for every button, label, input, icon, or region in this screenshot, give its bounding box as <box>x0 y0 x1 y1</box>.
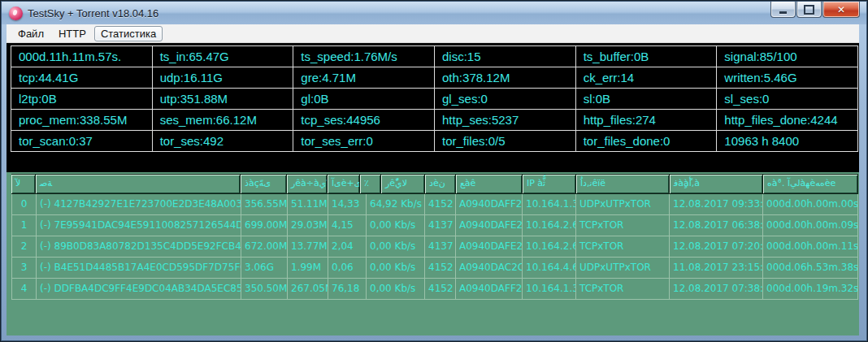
stat-tor-ses-err: tor_ses_err:0 <box>293 131 435 151</box>
cell-hash: (-) B4E51D4485B17A4E0CD595DF7D75FC91DDCA <box>37 258 241 279</box>
cell-speed: 0,00 Kb/s <box>367 236 425 258</box>
cell-port: 4152 <box>425 279 456 300</box>
cell-speed: 0,00 Kb/s <box>367 215 425 236</box>
cell-ip: 10.164.1.38 <box>523 279 576 300</box>
cell-index: 0 <box>12 194 37 215</box>
cell-downloaded: 267.05M <box>288 279 328 300</box>
menu-file[interactable]: Файл <box>11 26 50 41</box>
close-icon: ✕ <box>837 4 845 15</box>
table-row[interactable]: 0 (-) 4127B42927E1E723700E2D3E48A00327EA… <box>12 194 859 215</box>
col-header-port[interactable]: ﺩèﻥ <box>425 175 456 193</box>
cell-port: 4137 <box>425 236 456 258</box>
col-header-index[interactable]: ﻵ <box>11 175 36 193</box>
close-button[interactable]: ✕ <box>822 2 860 18</box>
stat-l2tp: l2tp:0B <box>11 89 153 109</box>
table-row[interactable]: 3 (-) B4E51D4485B17A4E0CD595DF7D75FC91DD… <box>12 258 859 279</box>
cell-uptime: 000d.06h.53m.38s. <box>763 258 858 279</box>
cell-size: 350.50M <box>241 279 288 300</box>
stat-sl: sl:0B <box>576 89 718 109</box>
stat-tor-ses: tor_ses:492 <box>153 131 294 151</box>
cell-peer-id: A0940DAFF2 <box>456 279 523 300</box>
menu-statistics[interactable]: Статистика <box>94 26 163 41</box>
stat-tor-files: tor_files:0/5 <box>435 131 576 151</box>
cell-size: 356.55M <box>241 194 288 215</box>
cell-ip: 10.164.2.66 <box>523 236 576 258</box>
col-header-downloaded[interactable]: ﺭêà÷àﻱî <box>287 175 328 193</box>
stat-sl-ses: sl_ses:0 <box>717 89 857 109</box>
col-header-hash[interactable]: ﺻﺔ <box>36 175 241 193</box>
col-header-percent[interactable]: ٪ <box>360 175 381 193</box>
cell-date: 12.08.2017 07:38:17 <box>670 279 763 300</box>
stat-tor-files-done: tor_files_done:0 <box>576 131 718 151</box>
stat-proc-mem: proc_mem:338.55M <box>11 110 153 130</box>
minimize-button[interactable] <box>770 2 796 18</box>
col-header-date[interactable]: ﻓàٍàّﺃ,à <box>670 175 763 193</box>
cell-size: 699.00M <box>241 215 288 236</box>
table-body: 0 (-) 4127B42927E1E723700E2D3E48A00327EA… <box>11 194 859 300</box>
col-header-uploaded[interactable]: آﻯè+ﻯآ <box>328 175 360 193</box>
cell-ratio: 0,06 <box>328 258 367 279</box>
stat-written: written:5.46G <box>717 67 857 88</box>
torrent-table: ﻵ ﺻﺔ ﺫàçﻪّى ﺭêà÷àﻱî آﻯè+ﻯآ ٪ ﺭêٌّﻱﻻ ﺩèﻥ … <box>7 172 859 336</box>
maximize-button[interactable] <box>796 2 822 18</box>
cell-date: 12.08.2017 07:20:09 <box>670 236 763 258</box>
cell-size: 3.06G <box>241 258 288 279</box>
cell-ratio: 4,15 <box>328 215 367 236</box>
stat-ts-speed: ts_speed:1.76M/s <box>293 46 435 67</box>
cell-date: 11.08.2017 23:15:46 <box>670 258 763 279</box>
cell-downloaded: 51.11M <box>288 194 328 215</box>
col-header-ip[interactable]: IP àﺛُّ <box>523 175 576 193</box>
col-header-peer-id[interactable]: ﻊàê <box>456 175 523 193</box>
cell-index: 4 <box>12 279 37 300</box>
col-header-protocol[interactable]: ﺍُﺩ,ﻧêïë <box>576 175 670 193</box>
cell-hash: (-) 89B0D83A80782D135C4DD5E92FCB40A35AB8 <box>37 236 241 258</box>
stat-disc: disc:15 <box>435 46 576 67</box>
app-icon-highlight <box>12 9 18 15</box>
stats-row: tor_scan:0:37 tor_ses:492 tor_ses_err:0 … <box>11 131 857 151</box>
minimize-icon <box>779 11 787 14</box>
cell-downloaded: 13.77M <box>288 236 328 258</box>
cell-port: 4152 <box>425 194 456 215</box>
cell-port: 4152 <box>425 258 456 279</box>
stat-counter: 10963 h 8400 <box>717 131 857 151</box>
stat-http-files-done: http_files_done:4244 <box>717 110 857 130</box>
cell-ip: 10.164.1.38 <box>523 194 576 215</box>
stat-gl-ses: gl_ses:0 <box>435 89 576 109</box>
cell-protocol: UDPxUTPxTOR <box>576 258 670 279</box>
cell-uptime: 000d.00h.00m.09s. <box>763 215 858 236</box>
col-header-speed[interactable]: ﺭêٌّﻱﻻ <box>381 175 425 193</box>
cell-speed: 0,00 Kb/s <box>367 258 425 279</box>
cell-hash: (-) DDFBA4DC9FF4E9DC04AB34DA5EC85EDE9B1 <box>37 279 241 300</box>
stat-tcp-ses: tcp_ses:44956 <box>293 110 435 130</box>
stats-panel: 000d.11h.11m.57s. ts_in:65.47G ts_speed:… <box>11 45 858 152</box>
stats-row: proc_mem:338.55M ses_mem:66.12M tcp_ses:… <box>11 110 857 131</box>
stats-row: tcp:44.41G udp:16.11G gre:4.71M oth:378.… <box>11 67 857 89</box>
cell-size: 672.00M <box>241 236 288 258</box>
cell-protocol: TCPxTOR <box>576 236 670 258</box>
table-row[interactable]: 1 (-) 7E95941DAC94E5911008257126544D3FD6… <box>12 215 859 236</box>
cell-date: 12.08.2017 06:38:06 <box>670 215 763 236</box>
cell-speed: 64,92 Kb/s <box>367 194 425 215</box>
cell-downloaded: 1.99M <box>288 258 328 279</box>
stat-udp: udp:16.11G <box>153 67 294 88</box>
titlebar[interactable]: TestSky + Torrent v18.04.16 ✕ <box>2 2 866 24</box>
stat-signal: signal:85/100 <box>717 46 857 67</box>
table-row[interactable]: 2 (-) 89B0D83A80782D135C4DD5E92FCB40A35A… <box>12 236 859 258</box>
col-header-size[interactable]: ﺫàçﻪّى <box>241 175 287 193</box>
cell-index: 2 <box>12 236 37 258</box>
cell-index: 3 <box>12 258 37 279</box>
cell-uptime: 000d.00h.00m.11s. <box>763 236 858 258</box>
cell-peer-id: A0940DAFE2 <box>456 236 523 258</box>
cell-date: 12.08.2017 09:33:08 <box>670 194 763 215</box>
stats-row: l2tp:0B utp:351.88M gl:0B gl_ses:0 sl:0B… <box>11 89 857 110</box>
col-header-uptime[interactable]: ﻩà°ً. آﻲﻟàﮭèﻪﻩèе <box>763 175 858 193</box>
cell-hash: (-) 4127B42927E1E723700E2D3E48A00327EA0C… <box>37 194 241 215</box>
stat-http-files: http_files:274 <box>576 110 718 130</box>
window-title: TestSky + Torrent v18.04.16 <box>28 7 158 19</box>
cell-ratio: 14,33 <box>328 194 367 215</box>
table-row[interactable]: 4 (-) DDFBA4DC9FF4E9DC04AB34DA5EC85EDE9B… <box>12 279 859 300</box>
cell-protocol: TCPxTOR <box>576 279 670 300</box>
stat-gl: gl:0B <box>293 89 435 109</box>
stat-tor-scan: tor_scan:0:37 <box>11 131 153 151</box>
menu-http[interactable]: HTTP <box>52 26 93 41</box>
